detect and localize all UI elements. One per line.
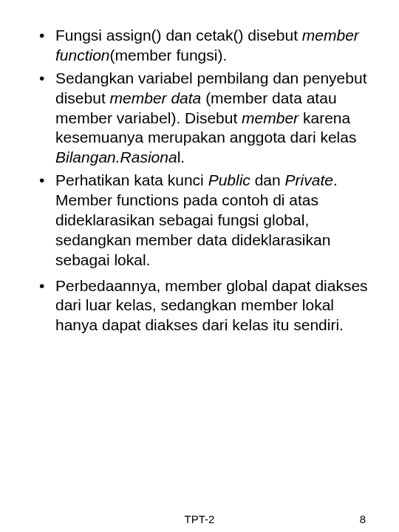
text: Perhatikan kata kunci [55,171,208,188]
italic-text: member data [110,89,202,106]
page-number: 8 [360,513,366,525]
slide: Fungsi assign() dan cetak() disebut memb… [0,0,399,532]
text: dan [250,171,285,188]
text: Perbedaannya, member global dapat diakse… [55,277,368,334]
text: (member fungsi). [110,47,228,64]
italic-text: member [242,109,299,126]
bullet-list: Fungsi assign() dan cetak() disebut memb… [0,0,399,335]
text: l. [177,149,185,166]
italic-text: Bilangan.Rasiona [55,149,177,166]
list-item: Fungsi assign() dan cetak() disebut memb… [55,26,369,66]
italic-text: Private [285,171,333,188]
text: Fungsi assign() dan cetak() disebut [55,27,302,44]
list-item: Perhatikan kata kunci Public dan Private… [55,171,369,270]
list-item: Sedangkan variabel pembilang dan penyebu… [55,69,369,168]
italic-text: Public [208,171,250,188]
list-item: Perbedaannya, member global dapat diakse… [55,276,369,336]
footer-center-text: TPT-2 [0,513,399,525]
